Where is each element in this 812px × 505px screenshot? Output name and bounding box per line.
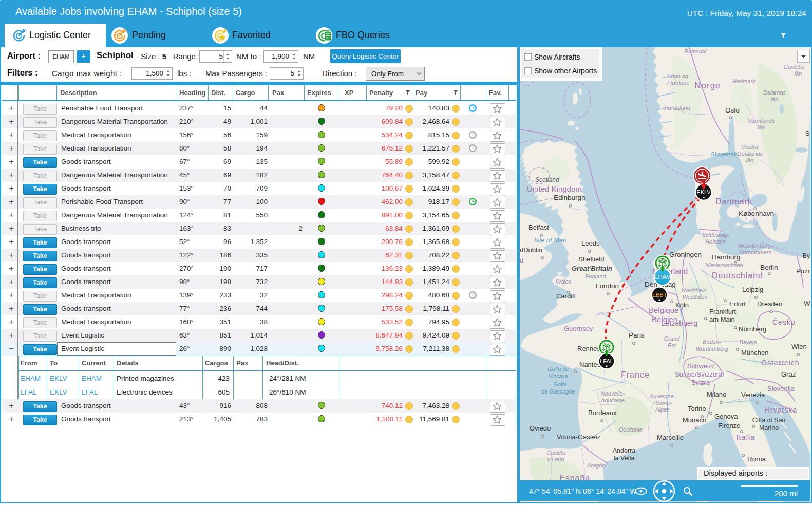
svg-text:am Main: am Main xyxy=(709,315,735,323)
svg-text:Värmlands: Värmlands xyxy=(748,118,775,124)
svg-text:Occitanie: Occitanie xyxy=(619,426,643,433)
svg-text:Auvergne-: Auvergne- xyxy=(649,393,676,399)
svg-text:Alpes: Alpes xyxy=(655,406,670,413)
svg-text:Graz: Graz xyxy=(781,370,796,378)
svg-text:Nantes: Nantes xyxy=(579,361,601,368)
svg-text:Westfalen: Westfalen xyxy=(683,294,708,300)
svg-text:Bordeaux: Bordeaux xyxy=(588,409,617,417)
svg-text:Cardiff: Cardiff xyxy=(556,292,576,300)
svg-text:LFAL: LFAL xyxy=(600,358,613,364)
svg-text:Sheffield: Sheffield xyxy=(578,255,604,263)
svg-text:Golfo de: Golfo de xyxy=(547,366,569,372)
svg-text:Wales: Wales xyxy=(556,278,572,285)
svg-text:Niedersachsen: Niedersachsen xyxy=(705,262,743,268)
svg-text:Danmark: Danmark xyxy=(715,197,752,206)
svg-text:Mecklenburg-: Mecklenburg- xyxy=(739,242,773,249)
svg-text:Leeds: Leeds xyxy=(581,239,600,247)
svg-text:Götalands: Götalands xyxy=(737,151,763,157)
svg-text:Andorra: Andorra xyxy=(613,447,636,454)
svg-text:Nordrhein-: Nordrhein- xyxy=(682,287,708,293)
svg-text:Città di San: Città di San xyxy=(752,417,786,424)
svg-text:United Kingdom: United Kingdom xyxy=(527,184,582,193)
svg-text:Roma: Roma xyxy=(747,455,766,463)
svg-text:dDublin: dDublin xyxy=(520,246,542,254)
svg-text:Nürnberg: Nürnberg xyxy=(739,325,766,333)
svg-text:Aquitaine: Aquitaine xyxy=(600,397,625,403)
svg-text:y León: y León xyxy=(546,456,564,462)
svg-text:London: London xyxy=(596,282,619,290)
svg-text:Svizra: Svizra xyxy=(691,379,710,386)
svg-text:Belgique /: Belgique / xyxy=(649,306,684,314)
svg-text:Venezia: Venezia xyxy=(741,391,765,399)
svg-text:By: By xyxy=(803,252,810,259)
svg-text:Västra: Västra xyxy=(742,144,758,150)
svg-text:Marseille: Marseille xyxy=(657,434,684,441)
svg-text:Dresden: Dresden xyxy=(757,300,782,308)
svg-text:Schweiz/: Schweiz/ xyxy=(687,362,714,370)
svg-text:Skagerrak: Skagerrak xyxy=(711,151,737,157)
svg-text:København: København xyxy=(739,210,774,217)
svg-text:Great Britain: Great Britain xyxy=(572,265,612,272)
svg-text:Rennes: Rennes xyxy=(577,345,600,352)
svg-text:Vizcaya: Vizcaya xyxy=(549,373,568,379)
svg-text:- Golfe: - Golfe xyxy=(550,381,566,387)
svg-text:Grand: Grand xyxy=(664,335,680,342)
svg-text:Oslo: Oslo xyxy=(725,106,740,114)
svg-text:Oviedo: Oviedo xyxy=(530,424,551,432)
svg-text:Erfurt: Erfurt xyxy=(729,300,746,308)
svg-text:län: län xyxy=(795,70,802,77)
svg-text:Italia: Italia xyxy=(736,433,756,441)
svg-text:Torino: Torino xyxy=(688,405,706,413)
svg-text:de Gascogne: de Gascogne xyxy=(541,388,575,395)
svg-text:Fjordane: Fjordane xyxy=(667,80,689,86)
svg-text:Belfast: Belfast xyxy=(528,223,549,231)
svg-text:Nouvelle-: Nouvelle- xyxy=(601,390,625,397)
svg-text:Holstein: Holstein xyxy=(705,238,726,245)
svg-text:S: S xyxy=(805,130,809,137)
svg-text:Bayern: Bayern xyxy=(740,339,758,345)
svg-text:Schleswig-: Schleswig- xyxy=(702,232,729,238)
svg-text:Romsdal: Romsdal xyxy=(684,48,707,54)
svg-text:France: France xyxy=(621,370,650,379)
svg-text:Marino: Marino xyxy=(759,424,779,432)
svg-text:Genova: Genova xyxy=(714,413,738,420)
svg-text:Württemberg: Württemberg xyxy=(695,346,728,352)
svg-text:Vorpommern: Vorpommern xyxy=(739,249,771,255)
svg-text:län: län xyxy=(758,124,765,130)
svg-text:Hrvatska: Hrvatska xyxy=(765,406,797,414)
svg-text:England: England xyxy=(585,273,606,279)
svg-text:Est: Est xyxy=(668,342,676,348)
svg-text:Rhône-: Rhône- xyxy=(653,400,672,406)
svg-text:EHAM: EHAM xyxy=(654,274,671,280)
svg-text:Baden-: Baden- xyxy=(703,339,721,345)
svg-text:Norge: Norge xyxy=(694,81,721,90)
svg-text:Castilla: Castilla xyxy=(546,450,565,456)
svg-text:Vitoria-Gasteiz: Vitoria-Gasteiz xyxy=(557,433,600,441)
svg-text:Hedmark: Hedmark xyxy=(732,78,756,84)
svg-text:Groningen: Groningen xyxy=(669,251,702,258)
svg-text:EBBT: EBBT xyxy=(652,292,667,298)
svg-text:Österreich: Österreich xyxy=(761,358,800,367)
svg-text:Edinburgh: Edinburgh xyxy=(554,194,586,201)
svg-text:Scotland: Scotland xyxy=(535,176,559,183)
svg-text:Česko: Česko xyxy=(772,318,796,326)
svg-text:Hamburg: Hamburg xyxy=(712,253,741,261)
svg-text:Dalarnas: Dalarnas xyxy=(763,89,786,96)
svg-text:EKLV: EKLV xyxy=(696,189,711,195)
svg-text:Suisse/Svizzera/: Suisse/Svizzera/ xyxy=(675,370,724,378)
svg-text:d: d xyxy=(520,256,523,264)
svg-text:Wien: Wien xyxy=(791,343,807,350)
svg-text:Slovenija: Slovenija xyxy=(767,385,795,392)
svg-text:Leipzig: Leipzig xyxy=(742,286,763,293)
svg-text:Berlin: Berlin xyxy=(760,264,778,271)
svg-text:Firenze: Firenze xyxy=(718,422,740,429)
svg-text:Paris: Paris xyxy=(629,331,645,339)
svg-text:la Vella: la Vella xyxy=(614,455,634,462)
svg-text:Sogn og: Sogn og xyxy=(667,73,689,79)
svg-text:Hordaland: Hordaland xyxy=(664,105,691,111)
svg-text:Milano: Milano xyxy=(707,390,726,398)
svg-text:Belgien: Belgien xyxy=(652,315,677,324)
svg-text:län: län xyxy=(746,157,754,163)
svg-text:Deutschland: Deutschland xyxy=(712,271,763,280)
svg-text:Gävlebo: Gävlebo xyxy=(784,64,805,70)
